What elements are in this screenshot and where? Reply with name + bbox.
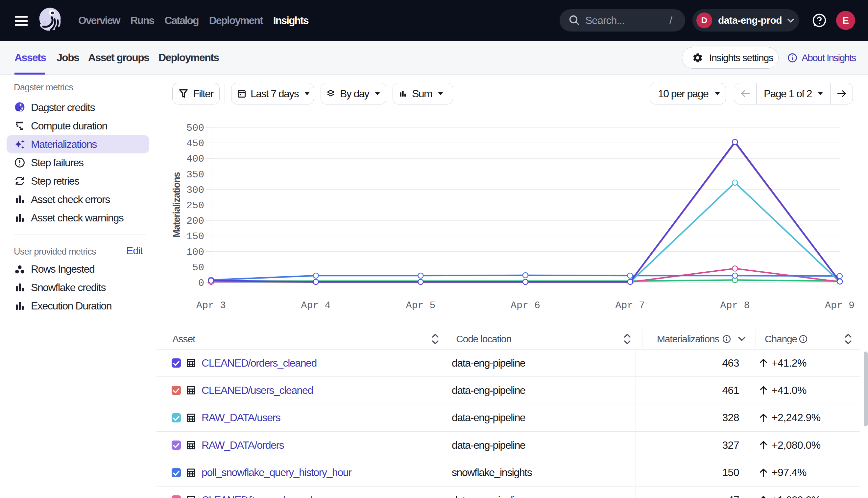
svg-text:100: 100 [187, 247, 204, 258]
svg-text:450: 450 [187, 138, 204, 149]
svg-text:Apr 8: Apr 8 [720, 300, 750, 311]
svg-text:200: 200 [187, 215, 204, 227]
svg-text:Apr 3: Apr 3 [196, 300, 226, 311]
svg-text:Apr 6: Apr 6 [511, 300, 540, 311]
svg-text:150: 150 [187, 231, 204, 242]
svg-text:Apr 4: Apr 4 [301, 300, 331, 311]
svg-text:500: 500 [187, 122, 204, 134]
svg-text:Apr 9: Apr 9 [825, 300, 855, 311]
svg-text:Materializations: Materializations [171, 172, 182, 237]
svg-text:Apr 7: Apr 7 [615, 300, 645, 311]
svg-text:300: 300 [187, 185, 204, 196]
svg-text:400: 400 [187, 154, 204, 165]
svg-text:350: 350 [187, 169, 204, 180]
svg-text:Apr 5: Apr 5 [406, 300, 435, 311]
svg-text:0: 0 [198, 278, 204, 289]
svg-text:50: 50 [192, 262, 204, 273]
svg-text:250: 250 [187, 200, 204, 211]
